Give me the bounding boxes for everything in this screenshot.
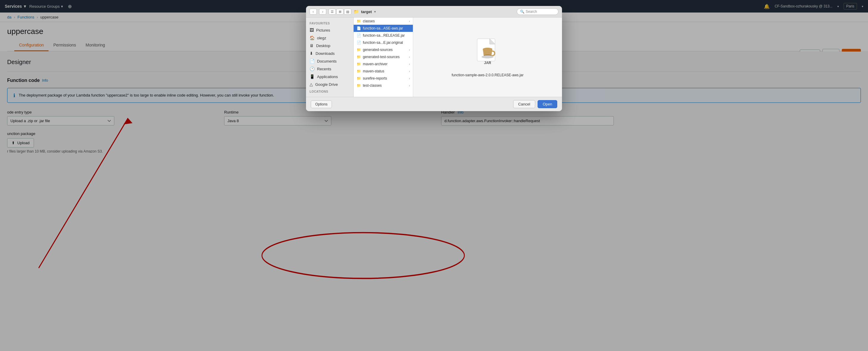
desktop-label: Desktop [316,43,331,48]
jar-icon-container: JAR [473,37,502,68]
desktop-icon: 🖥 [310,43,314,48]
jar-file-icon: JAR [473,37,502,67]
file-row-maven-status[interactable]: 📁 maven-status › [353,68,413,75]
dialog-sidebar: Favourites 🖼 Pictures 🏠 olegz 🖥 Desktop … [306,18,353,97]
folder-icon-classes: 📁 [356,19,361,23]
applications-label: Applications [317,75,338,79]
location-bar: 📁 target ▾ [353,9,515,14]
file-icon-release: 📄 [356,33,361,37]
file-name-test-classes: test-classes [363,83,382,88]
dialog-action-buttons: Cancel Open [513,100,557,108]
forward-button[interactable]: › [319,9,326,14]
downloads-label: Downloads [315,51,335,56]
cancel-button[interactable]: Cancel [513,100,535,108]
folder-icon-gen-test: 📁 [356,55,361,59]
file-name-surefire: surefire-reports [363,76,387,81]
location-chevron: ▾ [374,10,376,14]
downloads-icon: ⬇ [310,51,313,56]
sidebar-item-pictures[interactable]: 🖼 Pictures [306,26,353,34]
folder-arrow-test-classes: › [409,84,410,87]
dialog-overlay: ‹ › ☰ ⊞ ▤ 📁 target ▾ 🔍 Search Favourites [0,0,868,343]
google-drive-label: Google Drive [315,82,338,87]
file-preview-panel: JAR function-sample-aws-2.0.0.RELEASE-aw… [413,18,562,97]
file-row-test-classes[interactable]: 📁 test-classes › [353,82,413,89]
search-placeholder: Search [526,9,537,14]
file-list: 📁 classes › 📄 function-sa...ASE-aws.jar … [353,18,413,97]
folder-arrow-maven-archiver: › [409,63,410,66]
folder-icon: 📁 [353,9,359,14]
folder-icon-surefire: 📁 [356,76,361,81]
sidebar-item-downloads[interactable]: ⬇ Downloads [306,50,353,57]
dialog-toolbar: ‹ › ☰ ⊞ ▤ 📁 target ▾ 🔍 Search [306,6,562,18]
applications-icon: 📱 [310,74,315,79]
sidebar-item-home[interactable]: 🏠 olegz [306,34,353,42]
folder-icon-test-classes: 📁 [356,83,361,88]
folder-arrow-gen-sources: › [409,48,410,52]
file-picker-dialog: ‹ › ☰ ⊞ ▤ 📁 target ▾ 🔍 Search Favourites [306,6,562,111]
folder-icon-maven-archiver: 📁 [356,62,361,66]
home-icon: 🏠 [310,35,315,40]
file-row-classes[interactable]: 📁 classes › [353,18,413,25]
file-area: 📁 classes › 📄 function-sa...ASE-aws.jar … [353,18,562,97]
folder-arrow-maven-status: › [409,70,410,73]
file-row-gen-sources[interactable]: 📁 generated-sources › [353,46,413,53]
locations-label: Locations [306,88,353,94]
sidebar-item-desktop[interactable]: 🖥 Desktop [306,42,353,50]
sidebar-item-google-drive[interactable]: △ Google Drive [306,81,353,88]
back-button[interactable]: ‹ [310,9,317,14]
folder-icon-gen-sources: 📁 [356,48,361,52]
file-name-gen-sources: generated-sources [363,48,393,52]
file-name-original: function-sa...E.jar.original [363,40,403,45]
file-name-classes: classes [363,19,375,23]
folder-arrow-surefire: › [409,77,410,80]
sidebar-item-recents[interactable]: 🕐 Recents [306,65,353,73]
dialog-footer: Options Cancel Open [306,97,562,111]
sidebar-item-documents[interactable]: 📄 Documents [306,57,353,65]
file-name-maven-archiver: maven-archiver [363,62,388,66]
file-row-original[interactable]: 📄 function-sa...E.jar.original [353,39,413,46]
file-row-selected[interactable]: 📄 function-sa...ASE-aws.jar [353,25,413,32]
list-view-button[interactable]: ☰ [329,9,336,14]
google-drive-icon: △ [310,82,313,87]
column-view-button[interactable]: ▤ [344,9,351,14]
file-icon-original: 📄 [356,40,361,45]
jar-filename: function-sample-aws-2.0.0.RELEASE-aws.ja… [452,73,523,77]
file-name-gen-test: generated-test-sources [363,55,400,59]
file-row-gen-test-sources[interactable]: 📁 generated-test-sources › [353,53,413,60]
dialog-body: Favourites 🖼 Pictures 🏠 olegz 🖥 Desktop … [306,18,562,97]
svg-text:JAR: JAR [484,61,491,65]
favourites-label: Favourites [306,20,353,26]
pictures-icon: 🖼 [310,28,314,32]
folder-arrow-classes: › [409,20,410,23]
file-name-selected: function-sa...ASE-aws.jar [363,26,403,30]
file-row-release[interactable]: 📄 function-sa...RELEASE.jar [353,32,413,39]
open-button[interactable]: Open [537,100,557,108]
folder-icon-maven-status: 📁 [356,69,361,73]
file-row-maven-archiver[interactable]: 📁 maven-archiver › [353,60,413,68]
location-label: target [361,9,372,14]
grid-view-button[interactable]: ⊞ [336,9,343,14]
file-icon-selected: 📄 [356,26,361,30]
file-row-surefire[interactable]: 📁 surefire-reports › [353,75,413,82]
documents-icon: 📄 [310,59,315,63]
file-name-maven-status: maven-status [363,69,384,73]
search-box[interactable]: 🔍 Search [517,8,558,15]
sidebar-item-applications[interactable]: 📱 Applications [306,73,353,81]
options-button[interactable]: Options [311,100,332,108]
folder-arrow-gen-test: › [409,55,410,59]
search-icon: 🔍 [520,9,525,14]
recents-icon: 🕐 [310,66,315,71]
pictures-label: Pictures [316,28,330,32]
svg-point-9 [482,55,494,58]
recents-label: Recents [317,67,331,71]
home-label: olegz [317,36,326,40]
documents-label: Documents [317,59,337,63]
file-name-release: function-sa...RELEASE.jar [363,33,405,37]
view-buttons: ☰ ⊞ ▤ [329,9,351,14]
